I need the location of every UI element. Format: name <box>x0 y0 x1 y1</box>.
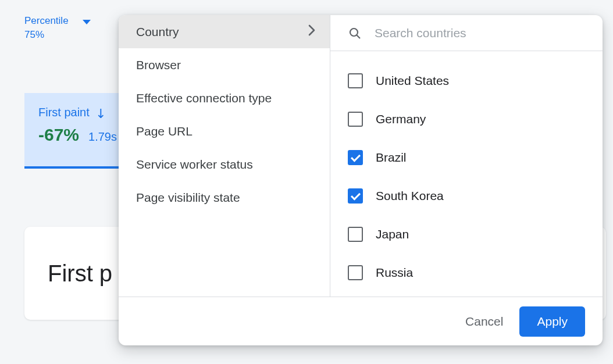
chevron-right-icon <box>308 24 316 40</box>
svg-point-0 <box>350 28 358 36</box>
apply-button[interactable]: Apply <box>519 306 585 337</box>
filter-option-list: United StatesGermanyBrazilSouth KoreaJap… <box>330 51 603 297</box>
filter-modal-body: CountryBrowserEffective connection typeP… <box>119 15 603 297</box>
checkbox-icon[interactable] <box>348 112 363 127</box>
svg-line-1 <box>357 35 361 38</box>
filter-option-label: Russia <box>376 266 413 280</box>
percentile-value: 75% <box>24 29 69 41</box>
filter-search-row <box>330 15 603 51</box>
filter-category-list: CountryBrowserEffective connection typeP… <box>119 15 330 297</box>
checkbox-icon[interactable] <box>348 227 363 242</box>
filter-option-row[interactable]: Japan <box>348 215 585 254</box>
metric-duration: 1.79s <box>88 130 117 144</box>
filter-category-label: Page URL <box>136 124 193 138</box>
dropdown-caret-icon <box>83 20 91 24</box>
percentile-label: Percentile <box>24 15 69 27</box>
filter-category-label: Page visibility state <box>136 191 240 205</box>
search-icon <box>348 26 362 40</box>
filter-option-label: Brazil <box>376 151 407 165</box>
filter-option-label: South Korea <box>376 189 444 203</box>
filter-category-label: Effective connection type <box>136 91 272 105</box>
filter-category-label: Service worker status <box>136 158 253 172</box>
percentile-selector[interactable]: Percentile 75% <box>24 15 91 41</box>
cancel-button[interactable]: Cancel <box>465 315 503 329</box>
checkbox-icon[interactable] <box>348 150 363 165</box>
metric-title: First paint <box>38 106 90 119</box>
filter-category-label: Country <box>136 25 179 39</box>
checkbox-icon[interactable] <box>348 265 363 280</box>
checkbox-icon[interactable] <box>348 73 363 88</box>
metric-change: -67% <box>38 125 79 145</box>
filter-category-item[interactable]: Browser <box>119 48 330 81</box>
filter-option-label: Germany <box>376 112 426 126</box>
filter-option-row[interactable]: Brazil <box>348 138 585 177</box>
filter-option-row[interactable]: United States <box>348 62 585 100</box>
filter-category-item[interactable]: Country <box>119 15 330 48</box>
checkbox-icon[interactable] <box>348 188 363 204</box>
detail-card-title-fragment: First p <box>48 260 112 287</box>
filter-category-item[interactable]: Page URL <box>119 115 330 148</box>
filter-modal-footer: Cancel Apply <box>119 297 603 345</box>
search-input[interactable] <box>375 26 585 40</box>
filter-option-row[interactable]: Russia <box>348 254 585 292</box>
filter-category-item[interactable]: Service worker status <box>119 148 330 181</box>
filter-option-label: United States <box>376 74 449 88</box>
trend-down-icon: ↘ <box>92 104 109 120</box>
filter-category-item[interactable]: Effective connection type <box>119 81 330 115</box>
filter-option-row[interactable]: South Korea <box>348 177 585 215</box>
filter-option-label: Japan <box>376 227 409 241</box>
filter-category-item[interactable]: Page visibility state <box>119 181 330 214</box>
filter-options-panel: United StatesGermanyBrazilSouth KoreaJap… <box>330 15 603 297</box>
filter-option-row[interactable]: Germany <box>348 100 585 138</box>
filter-category-label: Browser <box>136 58 181 72</box>
filter-modal: CountryBrowserEffective connection typeP… <box>119 15 603 345</box>
